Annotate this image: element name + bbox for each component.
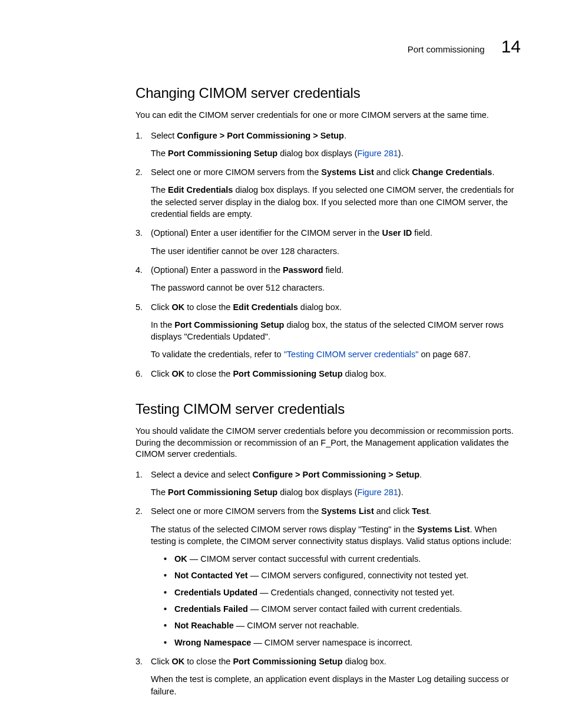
step-text: Select one or more CIMOM servers from th…: [151, 167, 494, 177]
figure-link[interactable]: Figure 281: [358, 149, 398, 158]
list-item: Wrong Namespace — CIMOM server namespace…: [164, 637, 515, 648]
steps-list-testing: Select a device and select Configure > P…: [135, 469, 515, 697]
step-text: Click OK to close the Port Commissioning…: [151, 369, 386, 378]
step-text: Select a device and select Configure > P…: [151, 470, 422, 479]
step-2: Select one or more CIMOM servers from th…: [135, 505, 515, 648]
step-sub: The Port Commissioning Setup dialog box …: [151, 147, 515, 159]
step-text: (Optional) Enter a user identifier for t…: [151, 228, 432, 238]
list-item: Credentials Updated — Credentials change…: [164, 587, 515, 598]
page-header: Port commissioning 14: [41, 37, 521, 57]
step-4: (Optional) Enter a password in the Passw…: [135, 264, 515, 294]
header-section: Port commissioning: [408, 44, 485, 54]
intro-paragraph: You should validate the CIMOM server cre…: [135, 426, 515, 460]
step-text: (Optional) Enter a password in the Passw…: [151, 265, 343, 275]
step-1: Select Configure > Port Commissioning > …: [135, 130, 515, 160]
header-chapter-number: 14: [501, 37, 521, 57]
step-3: Click OK to close the Port Commissioning…: [135, 655, 515, 697]
step-5: Click OK to close the Edit Credentials d…: [135, 301, 515, 361]
step-sub: The Port Commissioning Setup dialog box …: [151, 486, 515, 498]
step-sub: The user identifier cannot be over 128 c…: [151, 245, 515, 257]
step-text: Click OK to close the Port Commissioning…: [151, 657, 386, 666]
step-text: Select one or more CIMOM servers from th…: [151, 506, 431, 516]
step-sub: The Edit Credentials dialog box displays…: [151, 184, 515, 220]
list-item: Not Reachable — CIMOM server not reachab…: [164, 620, 515, 631]
list-item: Credentials Failed — CIMOM server contac…: [164, 603, 515, 615]
step-text: Select Configure > Port Commissioning > …: [151, 131, 346, 140]
figure-link[interactable]: Figure 281: [358, 487, 398, 497]
heading-changing-credentials: Changing CIMOM server credentials: [135, 85, 515, 101]
step-1: Select a device and select Configure > P…: [135, 469, 515, 499]
section-testing: Testing CIMOM server credentials You sho…: [135, 401, 515, 697]
intro-paragraph: You can edit the CIMOM server credential…: [135, 110, 515, 121]
step-sub: To validate the credentials, refer to "T…: [151, 348, 515, 360]
cross-ref-link[interactable]: "Testing CIMOM server credentials": [284, 350, 419, 359]
steps-list-changing: Select Configure > Port Commissioning > …: [135, 130, 515, 380]
step-text: Click OK to close the Edit Credentials d…: [151, 302, 342, 312]
step-2: Select one or more CIMOM servers from th…: [135, 166, 515, 220]
step-6: Click OK to close the Port Commissioning…: [135, 368, 515, 380]
step-sub: The status of the selected CIMOM server …: [151, 523, 515, 548]
step-sub: The password cannot be over 512 characte…: [151, 282, 515, 294]
list-item: OK — CIMOM server contact successful wit…: [164, 553, 515, 565]
heading-testing-credentials: Testing CIMOM server credentials: [135, 401, 515, 417]
step-3: (Optional) Enter a user identifier for t…: [135, 227, 515, 257]
step-sub: When the test is complete, an applicatio…: [151, 673, 515, 697]
page-content: Changing CIMOM server credentials You ca…: [41, 85, 521, 697]
status-bullet-list: OK — CIMOM server contact successful wit…: [151, 553, 515, 648]
step-sub: In the Port Commissioning Setup dialog b…: [151, 319, 515, 343]
list-item: Not Contacted Yet — CIMOM servers config…: [164, 569, 515, 581]
